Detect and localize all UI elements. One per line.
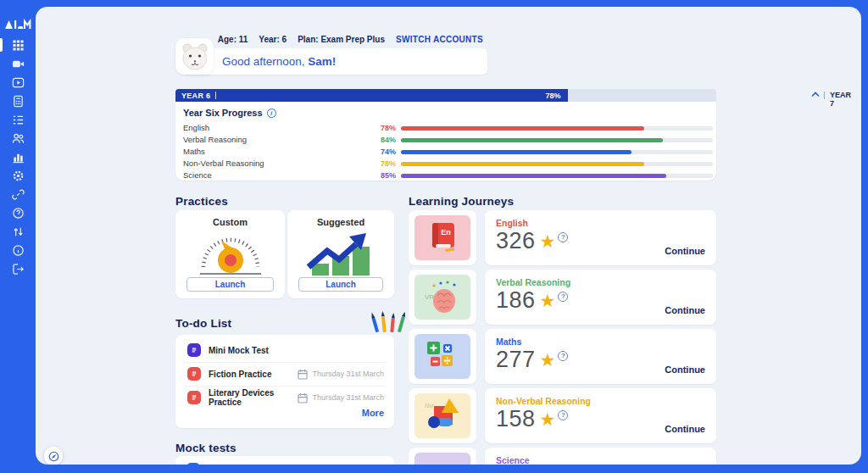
- todo-item[interactable]: Fiction Practice Thursday 31st March: [175, 364, 394, 384]
- sidebar-item-lessons[interactable]: [0, 57, 36, 70]
- greeting-prefix: Good afternoon,: [222, 55, 308, 68]
- logout-icon: [12, 263, 25, 275]
- todo-more-link[interactable]: More: [362, 408, 384, 418]
- subject-progress-fill: [401, 126, 644, 131]
- main-content-panel: Age: 11 Year: 6 Plan: Exam Prep Plus SWI…: [36, 7, 861, 465]
- launch-custom-button[interactable]: Launch: [186, 277, 274, 292]
- progress-title-text: Year Six Progress: [183, 108, 263, 118]
- subject-label: Maths: [183, 147, 205, 157]
- learning-journeys-heading: Learning Journeys: [409, 195, 514, 208]
- todo-item-label: Literary Devices Practice: [209, 388, 298, 407]
- question-icon[interactable]: ?: [558, 351, 568, 361]
- journey-tile-maths[interactable]: [409, 329, 476, 384]
- sidebar: [0, 0, 36, 473]
- subject-percent: 78%: [320, 159, 396, 169]
- todo-item-label: Mini Mock Test: [209, 346, 394, 355]
- journey-card-science[interactable]: Science: [485, 448, 716, 465]
- progress-row: Non-Verbal Reasoning 78%: [175, 159, 716, 169]
- journey-subject: Non-Verbal Reasoning: [496, 396, 591, 406]
- growth-chart-illustration: [298, 230, 383, 279]
- launch-suggested-button[interactable]: Launch: [298, 277, 383, 292]
- sidebar-item-tasks[interactable]: [0, 113, 36, 126]
- sidebar-item-community[interactable]: [0, 131, 36, 145]
- journey-tile-science[interactable]: Sc: [409, 448, 476, 465]
- practices-heading: Practices: [175, 195, 228, 208]
- info-icon[interactable]: i: [267, 109, 276, 118]
- student-name: Sam!: [308, 55, 336, 68]
- progress-row: Science 85%: [175, 170, 716, 181]
- subject-label: Science: [183, 170, 212, 181]
- progress-row: Verbal Reasoning 84%: [175, 135, 716, 145]
- greeting-bar: Good afternoon, Sam!: [182, 48, 487, 75]
- year6-percent: 78%: [546, 92, 561, 100]
- journey-card-verbal-reasoning[interactable]: Verbal Reasoning 186 ★ ? Continue: [485, 270, 716, 325]
- journey-score: 158 ★ ?: [496, 406, 568, 432]
- due-date-text: Thursday 31st March: [312, 370, 384, 378]
- switch-accounts-button[interactable]: SWITCH ACCOUNTS: [396, 35, 483, 44]
- subject-label: Verbal Reasoning: [183, 135, 247, 145]
- sidebar-item-switch[interactable]: [0, 225, 36, 238]
- journey-subject: Science: [496, 455, 530, 465]
- link-icon: [12, 188, 25, 201]
- subject-progress-track: [401, 150, 713, 154]
- year7-toggle[interactable]: YEAR 7: [830, 91, 851, 108]
- continue-link[interactable]: Continue: [665, 424, 705, 434]
- sidebar-item-settings[interactable]: [0, 169, 36, 182]
- sidebar-item-help[interactable]: [0, 206, 36, 220]
- practice-card-title: Custom: [175, 217, 285, 227]
- star-icon: ★: [540, 232, 556, 250]
- year6-progress-fill: YEAR 6 78%: [175, 89, 568, 102]
- banner-tick: [215, 92, 216, 99]
- subject-progress-fill: [401, 162, 644, 166]
- english-illustration: En: [415, 215, 470, 260]
- points-value: 186: [496, 287, 536, 314]
- row-divider: [184, 362, 386, 363]
- sidebar-item-dashboard[interactable]: [0, 38, 36, 52]
- journey-card-maths[interactable]: Maths 277 ★ ? Continue: [485, 329, 716, 384]
- journey-card-non-verbal-reasoning[interactable]: Non-Verbal Reasoning 158 ★ ? Continue: [485, 388, 716, 443]
- tile-label: En: [441, 228, 451, 236]
- question-icon[interactable]: ?: [558, 232, 568, 242]
- task-list-icon: [187, 391, 201, 404]
- subject-label: Non-Verbal Reasoning: [183, 159, 264, 169]
- sidebar-item-info[interactable]: [0, 243, 36, 257]
- account-meta-bar: Age: 11 Year: 6 Plan: Exam Prep Plus SWI…: [212, 35, 483, 44]
- row-divider: [184, 386, 386, 387]
- points-value: 277: [496, 347, 536, 373]
- todo-item[interactable]: Literary Devices Practice Thursday 31st …: [175, 387, 394, 408]
- help-compass-button[interactable]: [44, 447, 63, 465]
- subject-progress-track: [401, 138, 713, 142]
- todo-heading: To-do List: [175, 317, 231, 330]
- greeting-text: Good afternoon, Sam!: [222, 55, 336, 68]
- video-camera-icon: [12, 58, 25, 70]
- journey-card-english[interactable]: English 326 ★ ? Continue: [485, 210, 716, 265]
- star-icon: ★: [540, 410, 556, 428]
- question-icon[interactable]: ?: [558, 292, 568, 302]
- star-icon: ★: [540, 292, 556, 309]
- task-list-icon: [187, 343, 201, 357]
- sidebar-item-videos[interactable]: [0, 75, 36, 89]
- tile-label: VR: [425, 293, 434, 301]
- continue-link[interactable]: Continue: [665, 364, 705, 375]
- journey-subject: Verbal Reasoning: [496, 277, 570, 287]
- question-icon[interactable]: ?: [558, 410, 568, 420]
- subject-progress-fill: [401, 138, 663, 142]
- subject-label: English: [183, 123, 209, 133]
- sidebar-item-links[interactable]: [0, 187, 36, 201]
- points-value: 158: [496, 406, 536, 432]
- sidebar-item-practice[interactable]: [0, 94, 36, 108]
- progress-card-title: Year Six Progress i: [183, 108, 276, 118]
- todo-item[interactable]: Mini Mock Test: [175, 340, 394, 360]
- journey-tile-non-verbal-reasoning[interactable]: Nvr: [409, 388, 476, 443]
- continue-link[interactable]: Continue: [665, 305, 705, 315]
- journey-tile-verbal-reasoning[interactable]: VR: [409, 270, 476, 325]
- swap-arrows-icon: [12, 225, 25, 238]
- continue-link[interactable]: Continue: [665, 246, 705, 256]
- practice-card-title: Suggested: [287, 217, 394, 227]
- sidebar-item-results[interactable]: [0, 150, 36, 164]
- chevron-up-icon[interactable]: [811, 92, 820, 97]
- journey-tile-english[interactable]: En: [409, 210, 476, 265]
- sidebar-item-logout[interactable]: [0, 262, 36, 275]
- checklist-icon: [12, 114, 25, 126]
- journey-subject: English: [496, 218, 528, 228]
